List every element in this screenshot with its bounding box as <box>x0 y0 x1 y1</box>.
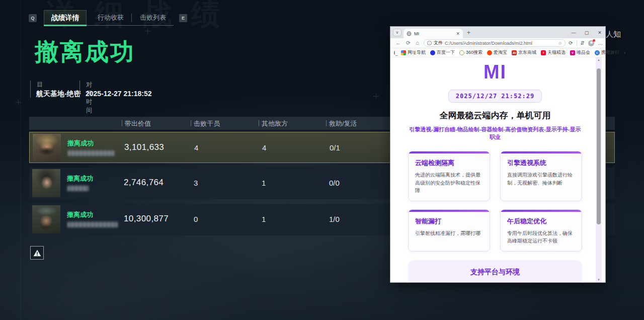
favicon: V <box>570 50 575 55</box>
sync-icon[interactable]: ⟳ <box>569 41 573 46</box>
cell-rescue-revive: 0/0 <box>329 179 340 187</box>
extraction-result-title: 撤离成功 <box>35 36 135 68</box>
hotkey-e-badge: E <box>179 14 187 22</box>
new-tab-button[interactable]: + <box>467 29 470 36</box>
platform-title: 支持平台与环境 <box>413 268 577 277</box>
feature-list-line: 引擎透视-漏打自瞄-物品绘制-容器绘制-高价值物资列表-显示手持-显示职业 <box>408 126 582 141</box>
tab-action-loot[interactable]: 行动收获 <box>95 10 127 25</box>
platform-section: 支持平台与环境 网吧环境 家庭网络 云电脑 STEAM国服 Wegame国服 <box>408 260 582 283</box>
card-description: 专用午后时段优化算法，确保高峰期稳定运行不卡顿 <box>507 229 575 245</box>
tab-battle-details[interactable]: 战绩详情 <box>44 10 87 26</box>
bookmark-jd[interactable]: JD 京东商城 <box>512 49 536 56</box>
card-title: 午后稳定优化 <box>507 217 575 226</box>
page-info-icon[interactable]: i <box>427 41 432 45</box>
menu-kebab-icon[interactable]: … <box>598 41 603 46</box>
warning-icon <box>33 250 41 257</box>
favicon: T <box>541 50 546 55</box>
chevron-down-icon: ∨ <box>396 30 399 35</box>
row-status: 撤离成功 <box>67 174 93 183</box>
cell-other-enemies: 1 <box>262 179 266 187</box>
favicon <box>401 50 406 55</box>
favicon <box>487 50 492 55</box>
column-header-kills: 击败干员 <box>194 119 220 128</box>
tab-label: 行动收获 <box>98 13 124 22</box>
player-name-blurred <box>68 150 114 156</box>
page-headline: 全网最稳云端内存，单机可用 <box>408 110 582 121</box>
bookmark-taobao[interactable]: 爱淘宝 <box>487 49 507 56</box>
url-scheme-label: 文件 <box>434 40 443 46</box>
globe-icon <box>407 31 412 36</box>
cell-rescue-revive: 1/0 <box>329 215 340 223</box>
back-icon[interactable]: ← <box>395 40 401 46</box>
tab-close-icon[interactable]: ✕ <box>456 31 460 36</box>
browser-window: ∨ MI ✕ + — ▢ ✕ ← ⟳ ⌂ i 文件 <box>390 26 606 283</box>
bookmark-baidu[interactable]: 百度一下 <box>430 49 455 56</box>
bookmark-label: 360搜索 <box>466 49 482 56</box>
close-window-button[interactable]: ✕ <box>597 30 602 35</box>
card-title: 引擎透视系统 <box>507 158 575 168</box>
minimize-button[interactable]: — <box>571 30 576 35</box>
cell-rescue-revive: 0/1 <box>330 143 340 152</box>
bookmark-label: 携程旅行 <box>601 49 619 56</box>
card-engine-esp: 引擎透视系统 直接调用游戏引擎函数进行绘制，无视解密、掩体判断 <box>500 151 582 201</box>
bookmark-label: 京东商城 <box>518 49 536 56</box>
bookmark-label: 唯品会 <box>577 49 590 56</box>
timestamp-badge: 2025/12/27 21:52:29 <box>448 90 542 103</box>
cell-extract-value: 2,746,764 <box>124 178 164 188</box>
bookmarks-bar: 网址导航 百度一下 360搜索 爱淘宝 JD 京东商城 T 天猫精选 <box>390 48 605 57</box>
report-warning-button[interactable] <box>30 246 44 260</box>
column-header-other: 其他敌方 <box>262 119 288 128</box>
card-afternoon-optimization: 午后稳定优化 专用午后时段优化算法，确保高峰期稳定运行不卡顿 <box>500 209 582 252</box>
card-title: 智能漏打 <box>415 217 483 226</box>
refresh-icon[interactable]: ⟳ <box>406 40 411 46</box>
active-tab-underline <box>44 25 87 26</box>
player-avatar <box>32 169 60 197</box>
bookmark-tmall[interactable]: T 天猫精选 <box>541 49 566 56</box>
background-game-text: 人知 <box>606 30 621 39</box>
profile-avatar[interactable] <box>588 40 594 46</box>
favicon: JD <box>512 50 517 55</box>
apps-monitor-icon[interactable] <box>394 51 395 55</box>
hotkey-q-badge: Q <box>29 14 37 22</box>
collections-icon[interactable]: ⇵ <box>581 41 585 46</box>
player-name-blurred <box>67 222 118 227</box>
feature-cards: 云端检测隔离 先进的云端隔离技术，提供最高级别的安全防护和稳定性保障 引擎透视系… <box>408 151 582 252</box>
bookmark-star-icon[interactable]: ☆ <box>558 41 562 46</box>
bookmark-site-nav[interactable]: 网址导航 <box>401 49 426 56</box>
objective-value: 航天基地-绝密 <box>36 90 81 99</box>
favicon <box>430 50 435 55</box>
card-description: 引擎射线精准漏打，露哪打哪 <box>415 229 483 237</box>
tab-label: 击败列表 <box>140 13 166 22</box>
cell-extract-value: 3,101,633 <box>124 142 164 152</box>
grid-cross <box>373 94 379 99</box>
bookmark-360search[interactable]: 360搜索 <box>459 49 482 56</box>
cell-kills: 0 <box>194 215 198 223</box>
maximize-button[interactable]: ▢ <box>584 30 589 35</box>
tab-search-dropdown-button[interactable]: ∨ <box>393 29 401 36</box>
favicon <box>459 50 464 55</box>
card-description: 直接调用游戏引擎函数进行绘制，无视解密、掩体判断 <box>507 171 575 187</box>
scrollbar-thumb[interactable] <box>597 68 601 224</box>
scroll-down-icon[interactable]: ▼ <box>596 277 602 282</box>
cell-extract-value: 10,300,877 <box>124 214 169 224</box>
bookmark-label: 百度一下 <box>437 49 455 56</box>
home-icon[interactable]: ⌂ <box>416 40 419 46</box>
page-logo: MI <box>408 61 582 83</box>
browser-tab[interactable]: MI ✕ <box>404 29 463 38</box>
card-description: 先进的云端隔离技术，提供最高级别的安全防护和稳定性保障 <box>415 171 483 195</box>
browser-titlebar: ∨ MI ✕ + — ▢ ✕ <box>390 27 605 38</box>
tab-label: 战绩详情 <box>51 14 79 23</box>
card-title: 云端检测隔离 <box>415 158 483 168</box>
cell-kills: 3 <box>194 179 198 187</box>
url-path: C:/Users/Administrator/Downloads/mi2.htm… <box>445 41 556 46</box>
favicon: C <box>595 50 600 55</box>
page-scrollbar[interactable]: ▲ ▼ <box>596 57 602 282</box>
url-field[interactable]: i 文件 C:/Users/Administrator/Downloads/mi… <box>424 39 566 47</box>
bookmark-vip[interactable]: V 唯品会 <box>570 49 590 56</box>
bookmark-ctrip[interactable]: C 携程旅行 <box>595 49 619 56</box>
grid-cross <box>145 28 150 34</box>
scroll-up-icon[interactable]: ▲ <box>596 57 602 62</box>
bookmarks-overflow-chevron-icon[interactable]: › <box>624 50 625 55</box>
page-content: MI 2025/12/27 21:52:29 全网最稳云端内存，单机可用 引擎透… <box>390 57 605 282</box>
tab-kill-list[interactable]: 击败列表 <box>137 10 169 25</box>
